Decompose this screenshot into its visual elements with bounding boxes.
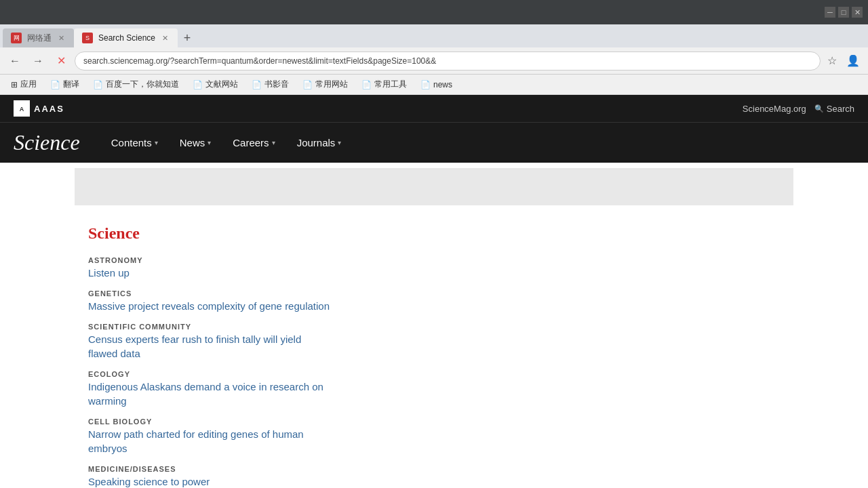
content-right: [617, 224, 780, 488]
category-genetics: GENETICS: [88, 289, 597, 298]
bookmark-baidu-label: 百度一下，你就知道: [106, 79, 179, 90]
nav-contents-label: Contents: [111, 137, 152, 148]
tools-icon: 📄: [361, 80, 372, 89]
article-census-1[interactable]: Census experts fear rush to finish tally…: [88, 332, 597, 346]
nav-menu: Contents ▾ News ▾ Careers ▾ Journals ▾: [100, 123, 353, 163]
nav-journals[interactable]: Journals ▾: [286, 123, 353, 163]
article-medicine[interactable]: Speaking science to power: [88, 474, 597, 488]
bookmark-baidu[interactable]: 📄 百度一下，你就知道: [89, 77, 183, 92]
maximize-button[interactable]: □: [838, 7, 849, 18]
article-cell-1[interactable]: Narrow path charted for editing genes of…: [88, 427, 597, 441]
journals-arrow-icon: ▾: [338, 139, 341, 146]
tab-2-close[interactable]: ✕: [161, 33, 170, 44]
article-ecology-1[interactable]: Indigenous Alaskans demand a voice in re…: [88, 380, 597, 394]
category-astronomy: ASTRONOMY: [88, 256, 597, 264]
nav-contents[interactable]: Contents ▾: [100, 123, 169, 163]
bookmark-literature-label: 文献网站: [205, 79, 238, 90]
search-top-button[interactable]: 🔍 Search: [814, 104, 854, 114]
minimize-button[interactable]: ─: [825, 7, 835, 18]
movies-icon: 📄: [252, 80, 262, 89]
sciencemag-link[interactable]: ScienceMag.org: [743, 104, 806, 114]
translate-icon: 📄: [50, 80, 60, 89]
careers-arrow-icon: ▾: [272, 139, 275, 146]
aaas-logo[interactable]: A AAAS: [14, 100, 64, 117]
nav-news-label: News: [180, 137, 205, 148]
tab-2-label: Search Science: [98, 33, 155, 43]
top-bar-right: ScienceMag.org 🔍 Search: [743, 104, 854, 114]
apps-icon: ⊞: [11, 80, 18, 89]
nav-careers[interactable]: Careers ▾: [222, 123, 285, 163]
site-top-bar: A AAAS ScienceMag.org 🔍 Search: [0, 95, 868, 122]
ad-banner: [75, 168, 793, 205]
address-bar[interactable]: search.sciencemag.org/?searchTerm=quantu…: [75, 52, 821, 70]
bookmark-apps-label: 应用: [20, 79, 37, 90]
site-nav: Science Contents ▾ News ▾ Careers ▾ Jour…: [0, 122, 868, 163]
common-sites-icon: 📄: [302, 80, 313, 89]
bookmark-movies[interactable]: 📄 书影音: [248, 77, 293, 92]
title-bar-controls: ─ □ ✕: [825, 7, 863, 18]
article-ecology-2[interactable]: warming: [88, 394, 597, 408]
address-text: search.sciencemag.org/?searchTerm=quantu…: [83, 56, 436, 66]
nav-journals-label: Journals: [297, 137, 336, 148]
section-title: Science: [88, 224, 597, 243]
bookmark-apps[interactable]: ⊞ 应用: [7, 77, 41, 92]
bookmark-common-sites-label: 常用网站: [315, 79, 348, 90]
bookmark-star[interactable]: ☆: [825, 54, 840, 67]
main-content: Science ASTRONOMY Listen up GENETICS Mas…: [75, 211, 793, 488]
science-logo[interactable]: Science: [14, 130, 80, 155]
news-arrow-icon: ▾: [208, 139, 211, 146]
category-scientific-community: SCIENTIFIC COMMUNITY: [88, 323, 597, 331]
category-ecology: ECOLOGY: [88, 370, 597, 378]
tab-1-close[interactable]: ✕: [57, 33, 66, 44]
bookmark-movies-label: 书影音: [264, 79, 289, 90]
baidu-icon: 📄: [93, 80, 103, 89]
article-genetics[interactable]: Massive project reveals complexity of ge…: [88, 299, 597, 313]
aaas-text: AAAS: [34, 104, 64, 114]
article-listen-up[interactable]: Listen up: [88, 266, 597, 280]
bookmark-literature[interactable]: 📄 文献网站: [189, 77, 242, 92]
article-cell-2[interactable]: embryos: [88, 441, 597, 455]
bookmark-tools[interactable]: 📄 常用工具: [357, 77, 411, 92]
tab-1-favicon: 网: [11, 33, 22, 43]
bookmark-tools-label: 常用工具: [374, 79, 407, 90]
article-census-2[interactable]: flawed data: [88, 346, 597, 361]
literature-icon: 📄: [193, 80, 203, 89]
tabs-bar: 网 网络通 ✕ S Search Science ✕ +: [0, 24, 868, 47]
new-tab-button[interactable]: +: [178, 28, 197, 47]
nav-news[interactable]: News ▾: [169, 123, 222, 163]
search-label: Search: [827, 104, 854, 114]
svg-text:A: A: [20, 106, 24, 113]
site-wrapper: A AAAS ScienceMag.org 🔍 Search Science C…: [0, 95, 868, 488]
tab-2-favicon: S: [82, 33, 93, 43]
tab-1[interactable]: 网 网络通 ✕: [3, 28, 74, 47]
nav-careers-label: Careers: [233, 137, 269, 148]
contents-arrow-icon: ▾: [155, 139, 158, 146]
nav-bar: ← → ✕ search.sciencemag.org/?searchTerm=…: [0, 47, 868, 75]
bookmark-news[interactable]: 📄 news: [416, 79, 456, 91]
tab-1-label: 网络通: [27, 33, 52, 44]
forward-button[interactable]: →: [28, 52, 47, 70]
search-icon: 🔍: [814, 104, 824, 113]
browser-frame: ─ □ ✕ 网 网络通 ✕ S Search Science ✕ + ← → ✕…: [0, 0, 868, 488]
bookmark-news-label: news: [433, 80, 452, 89]
profile-button[interactable]: 👤: [844, 54, 863, 67]
close-button[interactable]: ✕: [852, 7, 863, 18]
bookmarks-bar: ⊞ 应用 📄 翻译 📄 百度一下，你就知道 📄 文献网站 📄 书影音 📄 常用网…: [0, 75, 868, 95]
title-bar: ─ □ ✕: [0, 0, 868, 24]
content-left: Science ASTRONOMY Listen up GENETICS Mas…: [88, 224, 597, 488]
category-medicine: MEDICINE/DISEASES: [88, 465, 597, 473]
article-list: ASTRONOMY Listen up GENETICS Massive pro…: [88, 256, 597, 488]
category-cell-biology: CELL BIOLOGY: [88, 418, 597, 426]
back-button[interactable]: ←: [5, 52, 24, 70]
bookmark-common-sites[interactable]: 📄 常用网站: [298, 77, 352, 92]
aaas-logo-icon: A: [14, 100, 30, 117]
news-bookmark-icon: 📄: [420, 80, 431, 89]
bookmark-translate-label: 翻译: [63, 79, 79, 90]
tab-2[interactable]: S Search Science ✕: [74, 28, 178, 47]
bookmark-translate[interactable]: 📄 翻译: [46, 77, 83, 92]
reload-button[interactable]: ✕: [52, 52, 71, 70]
